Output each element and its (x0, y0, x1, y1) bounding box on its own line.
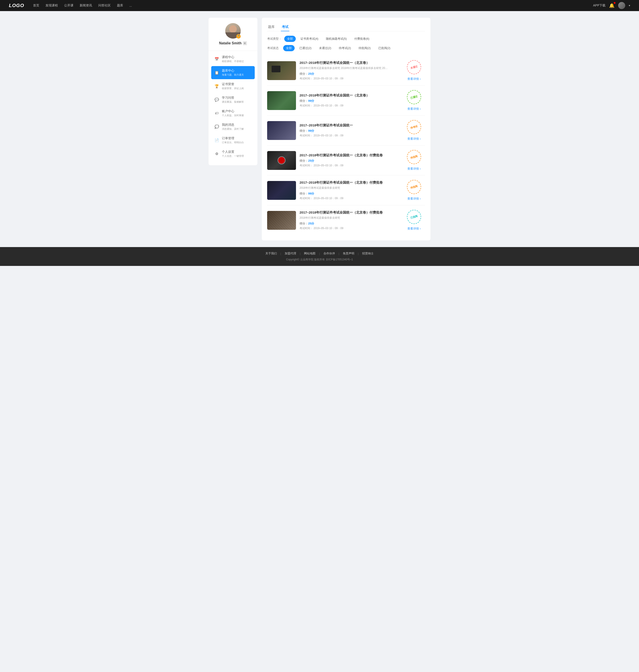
sidebar-item-messages[interactable]: 💭 我的消息 消息通知、及时了解 (211, 120, 255, 133)
tab-考试[interactable]: 考试 (281, 23, 289, 31)
filter-status-已通过(2)[interactable]: 已通过(2) (296, 45, 314, 51)
exam-thumb-3 (267, 121, 296, 140)
filter-type-随机抽题考试(5)[interactable]: 随机抽题考试(5) (323, 36, 350, 42)
exam-title-4: 2017–2018年行测证件考试全国统一（北京卷）付费批卷 (299, 153, 399, 158)
exam-score-1: 得分：25分 (299, 72, 399, 76)
sidebar-item-account[interactable]: 🏷 账户中心 个人权益、实时掌握 (211, 107, 255, 120)
exam-status-stamp-2: 已通过 (405, 89, 423, 106)
footer-link-4[interactable]: 免责声明 (339, 252, 358, 256)
exam-title-3: 2017–2018年行测证件考试全国统一 (299, 123, 399, 128)
nav-more[interactable]: ... (129, 4, 132, 7)
exam-status-stamp-1: 未通过 (405, 59, 423, 76)
filter-type-证书类考试(4)[interactable]: 证书类考试(4) (298, 36, 321, 42)
exam-score-4: 得分：25分 (299, 159, 399, 163)
footer-link-5[interactable]: 招贤纳士 (359, 252, 377, 256)
tab-题库[interactable]: 题库 (267, 23, 276, 31)
exam-status-stamp-6: 已批阅 (405, 208, 423, 226)
bell-icon: 🔔 (609, 3, 614, 8)
sidebar-title-course-center: 课程中心 (222, 55, 244, 59)
footer: 关于我们|加盟代理|网站地图|合作伙伴|免责声明|招贤纳士 Copyright©… (0, 247, 639, 266)
sidebar-sub-qa: 课后重温、疑难解答 (222, 100, 244, 103)
nav-courses[interactable]: 发现课程 (46, 3, 58, 7)
filter-type-全部[interactable]: 全部 (284, 36, 296, 42)
sidebar-sub-cert-honor: 收获荣誉、持证上岗 (222, 87, 244, 90)
main-container: 🏅 Natalie Smith 证 📅 课程中心 精彩课程、不容错过 📋 题库中… (208, 18, 431, 240)
sidebar-item-cert-honor[interactable]: 🏆 证书荣誉 收获荣誉、持证上岗 (211, 80, 255, 93)
sidebar-sub-exam-center: 海量习题、助力通关 (222, 73, 244, 77)
footer-link-3[interactable]: 合作伙伴 (320, 252, 339, 256)
footer-link-0[interactable]: 关于我们 (262, 252, 280, 256)
exam-thumb-6 (267, 211, 296, 230)
filter-status-待考试(2)[interactable]: 待考试(2) (336, 45, 354, 51)
notification-badge (614, 2, 615, 4)
sidebar-icon-messages: 💭 (214, 124, 219, 129)
main-content: 题库考试 考试类型： 全部证书类考试(4)随机抽题考试(5)付费批卷(6) 考试… (262, 18, 431, 240)
filter-type-付费批卷(6)[interactable]: 付费批卷(6) (352, 36, 372, 42)
exam-score-6: 得分：25分 (299, 222, 399, 226)
sidebar-item-orders[interactable]: 📄 订单管理 订单支出、明明白白 (211, 134, 255, 147)
sidebar-sub-orders: 订单支出、明明白白 (222, 141, 244, 144)
avatar[interactable] (618, 2, 625, 9)
sidebar-item-exam-center[interactable]: 📋 题库中心 海量习题、助力通关 (211, 66, 255, 79)
nav-home[interactable]: 首页 (33, 3, 39, 7)
footer-link-2[interactable]: 网站地图 (300, 252, 319, 256)
dropdown-arrow[interactable]: ▾ (629, 4, 630, 7)
exam-time-1: 考试时间： 2019–05–03 10：09：09 (299, 77, 399, 80)
sidebar-item-settings[interactable]: ⚙ 个人设置 个人信息、一键管理 (211, 147, 255, 160)
content-tabs: 题库考试 (267, 23, 425, 31)
exam-info-2: 2017–2018年行测证件考试全国统一（北京卷） 得分：99分 考试时间： 2… (299, 93, 399, 108)
filter-status-label: 考试状态 (267, 46, 280, 50)
sidebar-username: Natalie Smith 证 (219, 41, 247, 45)
exam-item-1: 2017–2018年行测证件考试全国统一（北京卷） 2018年行测考试是最值得多… (267, 56, 425, 85)
notification-bell[interactable]: 🔔 (609, 3, 614, 8)
exam-detail-link-2[interactable]: 查看详情 › (407, 107, 421, 111)
footer-link-1[interactable]: 加盟代理 (281, 252, 300, 256)
exam-desc-6: 2018年行测考试是最值得多去研究 (299, 216, 388, 220)
exam-item-6: 2017–2018年行测证件考试全国统一（北京卷）付费批卷 2018年行测考试是… (267, 205, 425, 235)
exam-info-3: 2017–2018年行测证件考试全国统一 得分：99分 考试时间： 2019–0… (299, 123, 399, 138)
exam-time-4: 考试时间： 2019–05–03 10：09：09 (299, 164, 399, 167)
exam-detail-link-3[interactable]: 查看详情 › (407, 137, 421, 141)
nav-exam[interactable]: 题库 (117, 3, 123, 7)
exam-time-2: 考试时间： 2019–05–03 10：09：09 (299, 104, 399, 108)
sidebar-title-settings: 个人设置 (222, 150, 244, 154)
sidebar-menu: 📅 课程中心 精彩课程、不容错过 📋 题库中心 海量习题、助力通关 🏆 证书荣誉… (208, 52, 258, 160)
exam-info-6: 2017–2018年行测证件考试全国统一（北京卷）付费批卷 2018年行测考试是… (299, 210, 399, 230)
sidebar-icon-qa: 💬 (214, 97, 219, 102)
sidebar-badge: 🏅 (236, 34, 241, 38)
sidebar-icon-exam-center: 📋 (214, 70, 219, 75)
exam-detail-link-6[interactable]: 查看详情 › (407, 227, 421, 231)
sidebar-icon-settings: ⚙ (214, 151, 219, 156)
exam-action-2: 已通过 查看详情 › (403, 90, 425, 111)
filter-statuses: 全部已通过(2)未通过(2)待考试(2)待批阅(2)已批阅(2) (283, 45, 393, 51)
exam-detail-link-4[interactable]: 查看详情 › (407, 167, 421, 171)
sidebar-sub-course-center: 精彩课程、不容错过 (222, 60, 244, 63)
filter-status-全部[interactable]: 全部 (283, 45, 295, 51)
nav-links: 首页 发现课程 公开课 新闻资讯 问答社区 题库 ... (33, 3, 593, 7)
exam-thumb-1 (267, 61, 296, 80)
sidebar-item-qa[interactable]: 💬 学习问答 课后重温、疑难解答 (211, 93, 255, 106)
app-download-link[interactable]: APP下载 (593, 3, 606, 7)
exam-action-3: 待考试 查看详情 › (403, 120, 425, 141)
exam-time-5: 考试时间： 2019–05–03 10：09：09 (299, 196, 399, 200)
exam-item-3: 2017–2018年行测证件考试全国统一 得分：99分 考试时间： 2019–0… (267, 115, 425, 145)
exam-title-2: 2017–2018年行测证件考试全国统一（北京卷） (299, 93, 399, 98)
sidebar-item-course-center[interactable]: 📅 课程中心 精彩课程、不容错过 (211, 52, 255, 66)
navbar: LOGO 首页 发现课程 公开课 新闻资讯 问答社区 题库 ... APP下载 … (0, 0, 639, 11)
exam-score-5: 得分：99分 (299, 192, 399, 196)
exam-title-5: 2017–2018年行测证件考试全国统一（北京卷）付费批卷 (299, 180, 399, 185)
filter-status-未通过(2)[interactable]: 未通过(2) (316, 45, 334, 51)
filter-status-待批阅(2)[interactable]: 待批阅(2) (356, 45, 374, 51)
username-text: Natalie Smith (219, 41, 241, 45)
username-verified-icon: 证 (243, 41, 247, 45)
exam-score-2: 得分：99分 (299, 99, 399, 103)
nav-news[interactable]: 新闻资讯 (80, 3, 92, 7)
exam-detail-link-5[interactable]: 查看详情 › (407, 197, 421, 201)
sidebar-title-cert-honor: 证书荣誉 (222, 82, 244, 86)
nav-open-course[interactable]: 公开课 (64, 3, 74, 7)
exam-info-5: 2017–2018年行测证件考试全国统一（北京卷）付费批卷 2018年行测考试是… (299, 180, 399, 200)
logo[interactable]: LOGO (9, 3, 24, 9)
filter-status-已批阅(2)[interactable]: 已批阅(2) (375, 45, 393, 51)
nav-qa[interactable]: 问答社区 (98, 3, 111, 7)
exam-detail-link-1[interactable]: 查看详情 › (407, 77, 421, 81)
